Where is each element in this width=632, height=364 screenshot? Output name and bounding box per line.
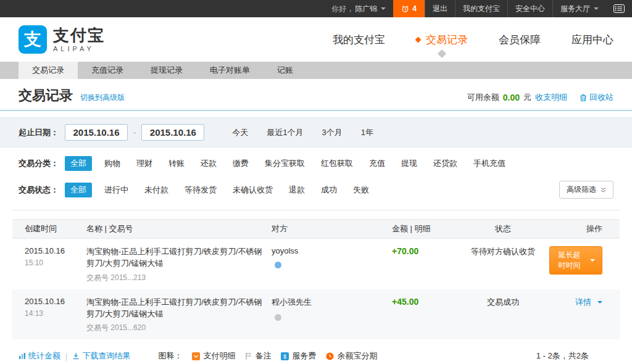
pagination-info: 1 - 2条，共2条 <box>536 350 613 362</box>
date-separator: - <box>133 128 136 137</box>
status-label: 交易状态： <box>19 184 59 196</box>
balance-value: 0.00 <box>503 93 520 102</box>
category-item[interactable]: 集分宝获取 <box>265 158 305 169</box>
col-name-txn: 名称 | 交易号 <box>86 223 272 234</box>
trash-icon <box>580 94 587 102</box>
legend-label: 图释： <box>158 350 182 362</box>
legend-pay-detail: 支付明细 <box>192 350 235 362</box>
stats-amount-link[interactable]: 统计金额 <box>19 350 60 362</box>
transaction-number: 交易号 2015...213 <box>86 273 263 283</box>
range-today[interactable]: 今天 <box>232 127 248 138</box>
nav-app-center[interactable]: 应用中心 <box>572 33 613 47</box>
download-results-link[interactable]: 下载查询结果 <box>72 350 130 362</box>
status-item[interactable]: 失败 <box>353 184 369 196</box>
transaction-status: 交易成功 <box>457 297 549 308</box>
transaction-number: 交易号 2015...620 <box>86 323 263 333</box>
tab-withdraw-records[interactable]: 提现记录 <box>137 62 196 79</box>
status-item[interactable]: 成功 <box>321 184 337 196</box>
logout-link[interactable]: 退出 <box>425 0 455 17</box>
diamond-icon <box>415 36 422 43</box>
status-item[interactable]: 未确认收货 <box>233 184 273 196</box>
detail-link[interactable]: 详情 <box>575 297 602 308</box>
status-filter-row: 交易状态： 全部 进行中 未付款 等待发货 未确认收货 退款 成功 失败 高级筛… <box>0 172 632 200</box>
col-counterparty: 对方 <box>272 223 383 234</box>
status-item[interactable]: 进行中 <box>104 184 128 196</box>
status-items: 进行中 未付款 等待发货 未确认收货 退款 成功 失败 <box>104 184 369 196</box>
range-1-year[interactable]: 1年 <box>361 127 373 138</box>
contact-status-icon[interactable] <box>275 314 281 321</box>
category-item[interactable]: 红包获取 <box>321 158 353 169</box>
alipay-logo[interactable]: 支 支付宝 ALIPAY <box>19 25 105 54</box>
range-last-month[interactable]: 最近1个月 <box>267 127 303 138</box>
category-all-chip[interactable]: 全部 <box>65 156 92 171</box>
transaction-status: 等待对方确认收货 <box>457 246 549 257</box>
category-item[interactable]: 手机充值 <box>473 158 505 169</box>
category-item[interactable]: 还款 <box>201 158 217 169</box>
security-center-link[interactable]: 安全中心 <box>507 0 552 17</box>
status-all-chip[interactable]: 全部 <box>65 183 92 197</box>
download-icon <box>72 352 80 360</box>
my-alipay-link[interactable]: 我的支付宝 <box>455 0 507 17</box>
advanced-filter-button[interactable]: 高级筛选 <box>559 181 613 199</box>
category-item[interactable]: 缴费 <box>233 158 249 169</box>
transaction-name: 淘宝购物-正品上利手工锻打剪刀/铁皮剪刀/不锈钢剪刀/大剪刀/锰钢大锚 <box>86 246 263 270</box>
col-status: 状态 <box>457 223 549 234</box>
nav-transactions[interactable]: 交易记录 <box>416 33 468 47</box>
flag-icon <box>245 352 252 360</box>
col-amount-detail: 金额 | 明细 <box>383 223 457 234</box>
active-nav-pointer <box>438 49 446 57</box>
tab-topup-records[interactable]: 充值记录 <box>78 62 137 79</box>
divider <box>12 210 620 210</box>
nav-my-alipay[interactable]: 我的支付宝 <box>333 33 385 47</box>
status-item[interactable]: 未付款 <box>144 184 168 196</box>
category-item[interactable]: 理财 <box>136 158 152 169</box>
status-item[interactable]: 等待发货 <box>185 184 217 196</box>
amount: +70.00 <box>392 246 418 256</box>
category-label: 交易分类： <box>19 158 59 169</box>
greeting-text: 你好， <box>331 4 355 14</box>
category-item[interactable]: 提现 <box>401 158 417 169</box>
logo-title: 支付宝 <box>53 27 105 43</box>
table-header: 创建时间 名称 | 交易号 对方 金额 | 明细 状态 操作 <box>12 219 620 239</box>
chevron-down-icon <box>597 301 602 306</box>
notification-badge[interactable]: 4 <box>393 0 425 17</box>
page-title: 交易记录 <box>19 86 73 105</box>
svg-text:$: $ <box>283 354 286 360</box>
tab-bookkeeping[interactable]: 记账 <box>264 62 307 79</box>
table-row: 2015.10.16 14:13 淘宝购物-正品上利手工锻打剪刀/铁皮剪刀/不锈… <box>12 289 620 340</box>
recycle-bin-link[interactable]: 回收站 <box>580 92 613 103</box>
tab-e-statement[interactable]: 电子对账单 <box>196 62 264 79</box>
counterparty-name: yoyolss <box>272 246 383 255</box>
status-item[interactable]: 退款 <box>289 184 305 196</box>
contact-status-icon[interactable] <box>275 262 281 268</box>
tab-transaction-records[interactable]: 交易记录 <box>19 62 78 79</box>
balance-unit: 元 <box>523 92 531 103</box>
category-item[interactable]: 还贷款 <box>433 158 457 169</box>
category-item[interactable]: 转账 <box>168 158 185 169</box>
legend: 图释： 支付明细 备注 $ 服务费 余额宝分期 <box>158 350 377 362</box>
date-from-input[interactable] <box>65 124 128 141</box>
nav-member-protection[interactable]: 会员保障 <box>499 33 541 47</box>
site-list-button[interactable] <box>606 0 632 17</box>
income-detail-link[interactable]: 收支明细 <box>535 92 567 103</box>
user-menu[interactable]: 你好， 陈广锦 <box>324 0 393 17</box>
quick-date-ranges: 今天 最近1个月 3个月 1年 <box>232 127 373 138</box>
legend-note: 备注 <box>245 350 271 362</box>
extend-timeout-button[interactable]: 延长超时时间 <box>549 246 602 275</box>
pay-detail-icon <box>192 352 200 360</box>
service-hall-menu[interactable]: 服务大厅 <box>552 0 606 17</box>
logo-subtitle: ALIPAY <box>53 45 105 52</box>
switch-advanced-link[interactable]: 切换到高级版 <box>80 93 125 103</box>
clock-icon <box>326 352 334 360</box>
table-row: 2015.10.16 15:10 淘宝购物-正品上利手工锻打剪刀/铁皮剪刀/不锈… <box>12 239 620 289</box>
title-section: 交易记录 切换到高级版 可用余额 0.00 元 收支明细 回收站 <box>0 79 632 111</box>
chevron-down-icon <box>590 259 595 264</box>
range-3-months[interactable]: 3个月 <box>322 127 343 138</box>
chevron-down-icon <box>594 7 599 12</box>
col-action: 操作 <box>549 223 620 234</box>
category-item[interactable]: 充值 <box>369 158 385 169</box>
category-item[interactable]: 购物 <box>104 158 120 169</box>
main-nav: 我的支付宝 交易记录 会员保障 应用中心 <box>333 33 613 47</box>
date-to-input[interactable] <box>141 124 204 141</box>
created-date: 2015.10.16 <box>25 297 86 306</box>
